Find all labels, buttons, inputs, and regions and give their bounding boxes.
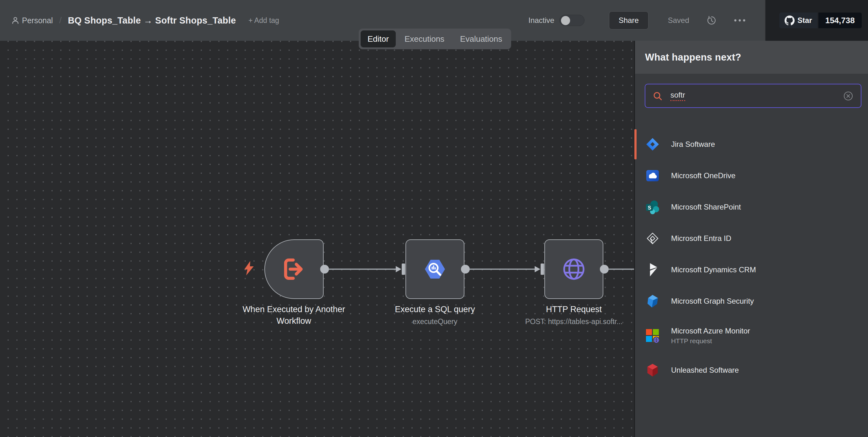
node-creator-panel: What happens next? softr: [634, 41, 868, 437]
github-star-label: Star: [798, 16, 812, 25]
node2-subtitle: executeQuery: [372, 318, 498, 326]
node3-title: HTTP Request: [511, 304, 637, 315]
workflow-canvas[interactable]: When Executed by Another Workflow Execut…: [0, 41, 634, 437]
github-star-widget[interactable]: Star 154,738: [779, 12, 862, 28]
entra-id-icon: [646, 232, 659, 245]
view-tabs: Editor Executions Evaluations: [359, 29, 511, 49]
node3-input-connector[interactable]: [540, 264, 544, 275]
list-item-label: Microsoft OneDrive: [671, 171, 735, 180]
toggle-knob: [561, 16, 570, 25]
person-icon: [11, 16, 20, 25]
search-icon: [653, 91, 662, 101]
n8n-workflow-editor: When Executed by Another Workflow Execut…: [0, 0, 868, 437]
node2-input-connector[interactable]: [402, 264, 405, 275]
list-item-label: Microsoft SharePoint: [671, 203, 741, 211]
breadcrumb: Personal / BQ Shops_Table → Softr Shops_…: [11, 0, 279, 41]
connection-arrow-icon: [535, 266, 540, 272]
connection-node3-out[interactable]: [609, 268, 634, 270]
panel-title: What happens next?: [645, 52, 741, 63]
list-item-microsoft-graph-security[interactable]: Microsoft Graph Security: [635, 286, 868, 317]
dynamics-crm-icon: [646, 263, 659, 277]
search-input[interactable]: softr: [645, 84, 861, 108]
list-item-label: Unleashed Software: [671, 366, 739, 375]
header-controls: Inactive Share Saved: [528, 0, 746, 41]
list-item-microsoft-onedrive[interactable]: Microsoft OneDrive: [635, 160, 868, 192]
list-item-label: Microsoft Graph Security: [671, 297, 754, 305]
ellipsis-icon: [734, 19, 746, 22]
graph-security-icon: [646, 294, 659, 308]
list-item-microsoft-dynamics-crm[interactable]: Microsoft Dynamics CRM: [635, 254, 868, 286]
search-results-list: Jira Software Microsoft OneDrive: [635, 128, 868, 386]
github-icon: [784, 16, 795, 25]
github-star-count[interactable]: 154,738: [818, 12, 862, 28]
workflow-title[interactable]: BQ Shops_Table → Softr Shops_Table: [68, 16, 236, 26]
share-label: Share: [619, 16, 639, 25]
node-execute-sql-query[interactable]: [405, 239, 464, 299]
connection-arrow-icon: [396, 266, 401, 272]
node3-label: HTTP Request POST: https://tables-api.so…: [511, 304, 637, 326]
azure-monitor-icon: [645, 328, 660, 343]
list-item-label: Microsoft Azure Monitor: [671, 327, 750, 336]
history-button[interactable]: [707, 16, 716, 25]
breadcrumb-project[interactable]: Personal: [22, 16, 53, 25]
share-button[interactable]: Share: [609, 11, 649, 29]
activation-status-label: Inactive: [528, 16, 554, 25]
list-item-microsoft-entra-id[interactable]: Microsoft Entra ID: [635, 223, 868, 254]
tab-evaluations[interactable]: Evaluations: [453, 30, 509, 47]
star-count-value: 154,738: [825, 16, 855, 25]
node2-label: Execute a SQL query executeQuery: [372, 304, 498, 326]
jira-icon: [645, 137, 660, 151]
node-http-request[interactable]: [545, 239, 603, 299]
node3-output-connector[interactable]: [600, 265, 609, 273]
list-item-unleashed-software[interactable]: Unleashed Software: [635, 354, 868, 386]
github-star-button[interactable]: Star: [779, 12, 817, 28]
more-options-button[interactable]: [734, 19, 746, 22]
clear-search-icon[interactable]: [843, 91, 853, 101]
node2-output-connector[interactable]: [461, 265, 470, 273]
trigger-lightning-icon: [244, 261, 254, 275]
connection-node2-node3[interactable]: [470, 268, 535, 270]
node3-subtitle: POST: https://tables-api.softr...: [511, 318, 637, 326]
onedrive-icon: [646, 169, 659, 182]
tab-editor[interactable]: Editor: [361, 30, 396, 47]
search-value: softr: [671, 91, 685, 101]
globe-icon: [562, 257, 586, 281]
google-bigquery-icon: [423, 257, 447, 282]
list-item-microsoft-azure-monitor[interactable]: Microsoft Azure Monitor HTTP request: [635, 317, 868, 354]
node1-output-connector[interactable]: [320, 265, 329, 273]
unleashed-icon: [646, 363, 659, 377]
list-item-label: Jira Software: [671, 140, 715, 149]
node-when-executed-by-another-workflow[interactable]: [265, 239, 323, 299]
list-item-microsoft-sharepoint[interactable]: S Microsoft SharePoint: [635, 192, 868, 223]
connection-node1-node2[interactable]: [329, 268, 396, 270]
sharepoint-icon: S: [645, 200, 660, 214]
node1-title: When Executed by Another Workflow: [231, 304, 356, 327]
list-item-jira-software[interactable]: Jira Software: [635, 128, 868, 160]
tab-executions[interactable]: Executions: [398, 30, 451, 47]
node2-title: Execute a SQL query: [372, 304, 498, 315]
activation-toggle[interactable]: [559, 15, 585, 26]
add-tag-button[interactable]: + Add tag: [248, 16, 279, 25]
breadcrumb-separator: /: [59, 16, 62, 25]
header-github-section: Star 154,738: [765, 0, 868, 41]
list-item-subtitle: HTTP request: [671, 337, 750, 345]
workflow-export-icon: [283, 258, 305, 281]
saved-status: Saved: [668, 16, 689, 25]
svg-text:S: S: [648, 205, 651, 210]
panel-header: What happens next?: [635, 41, 868, 74]
list-item-label: Microsoft Entra ID: [671, 234, 731, 243]
clock-history-icon: [707, 16, 716, 25]
list-item-label: Microsoft Dynamics CRM: [671, 265, 756, 274]
node1-label: When Executed by Another Workflow: [231, 304, 356, 327]
